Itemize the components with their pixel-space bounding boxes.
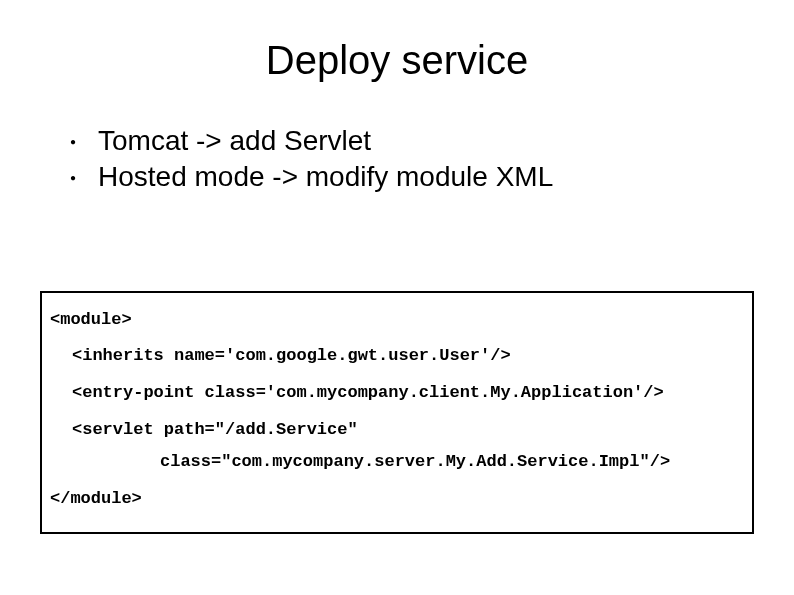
bullet-item: Hosted mode -> modify module XML [70, 159, 744, 195]
code-box: <module> <inherits name='com.google.gwt.… [40, 291, 754, 535]
code-line: class="com.mycompany.server.My.Add.Servi… [50, 447, 744, 478]
code-line: <entry-point class='com.mycompany.client… [50, 378, 744, 409]
code-line: </module> [50, 484, 744, 515]
code-line: <inherits name='com.google.gwt.user.User… [50, 341, 744, 372]
code-line: <module> [50, 305, 744, 336]
code-line: <servlet path="/add.Service" [50, 415, 744, 446]
bullet-item: Tomcat -> add Servlet [70, 123, 744, 159]
slide-container: Deploy service Tomcat -> add Servlet Hos… [0, 0, 794, 595]
slide-title: Deploy service [50, 38, 744, 83]
bullet-list: Tomcat -> add Servlet Hosted mode -> mod… [50, 123, 744, 196]
